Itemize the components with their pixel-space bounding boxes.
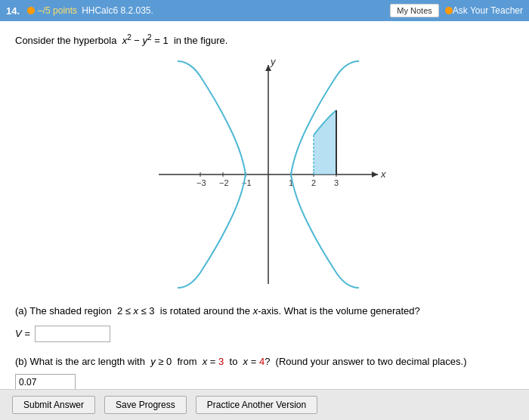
svg-text:3: 3 [334, 178, 339, 187]
graph-area: x y −3 −2 −1 1 2 3 [15, 57, 514, 292]
save-progress-button[interactable]: Save Progress [104, 396, 187, 414]
svg-text:−3: −3 [196, 178, 206, 187]
points-label: –/5 points [38, 5, 77, 16]
svg-text:x: x [380, 168, 386, 180]
part-b-text: (b) What is the arc length with y ≥ 0 fr… [15, 354, 514, 370]
dot-yellow [27, 7, 35, 14]
problem-statement: Consider the hyperbola x2 − y2 = 1 in th… [15, 32, 514, 48]
dot-orange [445, 7, 453, 14]
problem-code: HHCalc6 8.2.035. [82, 5, 390, 16]
practice-another-button[interactable]: Practice Another Version [196, 396, 317, 414]
from-label: from [178, 356, 197, 367]
part-a-input-row: V = [15, 326, 514, 342]
volume-input[interactable] [35, 326, 110, 342]
submit-button[interactable]: Submit Answer [12, 396, 95, 414]
question-number: 14. [6, 5, 20, 17]
svg-marker-2 [372, 171, 378, 178]
bottom-bar: Submit Answer Save Progress Practice Ano… [0, 389, 529, 420]
my-notes-button[interactable]: My Notes [390, 4, 438, 17]
hyperbola-graph: x y −3 −2 −1 1 2 3 [136, 57, 393, 292]
ask-teacher-button[interactable]: Ask Your Teacher [453, 5, 523, 16]
svg-text:−2: −2 [219, 178, 229, 187]
svg-text:y: y [270, 57, 277, 67]
v-label: V = [15, 328, 30, 339]
top-bar: 14. –/5 points HHCalc6 8.2.035. My Notes… [0, 0, 529, 21]
main-content: Consider the hyperbola x2 − y2 = 1 in th… [0, 21, 529, 410]
svg-text:2: 2 [311, 178, 316, 187]
part-a-text: (a) The shaded region 2 ≤ x ≤ 3 is rotat… [15, 304, 514, 320]
